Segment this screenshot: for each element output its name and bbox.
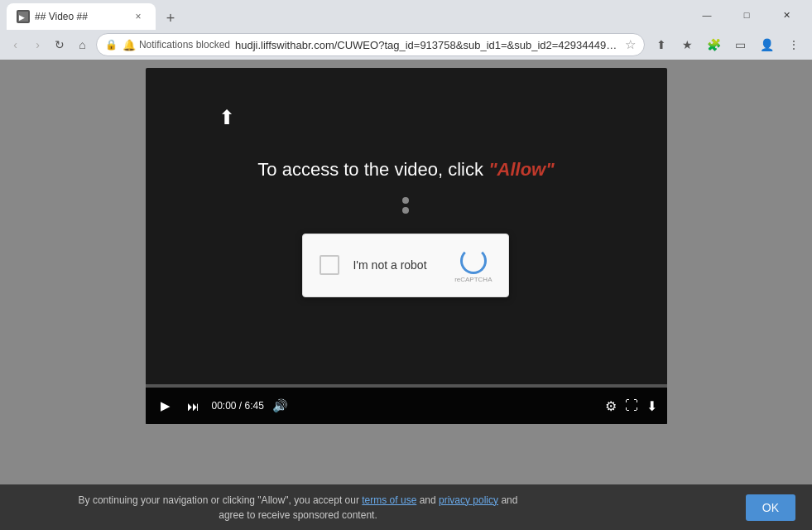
progress-bar[interactable] [146, 384, 667, 388]
consent-text-part1: By continuing your navigation or clickin… [79, 494, 363, 506]
consent-text-part3: and [498, 494, 517, 506]
consent-ok-button[interactable]: OK [746, 494, 795, 521]
spinner-dot-2 [402, 207, 409, 214]
new-tab-button[interactable]: + [159, 7, 182, 30]
forward-button[interactable]: › [29, 33, 46, 56]
spinner-dot-1 [402, 197, 409, 204]
spinner-dots [402, 197, 409, 214]
tab-bar: ▶ ## Video ## × + [7, 0, 681, 30]
title-bar: ▶ ## Video ## × + — □ ✕ [0, 0, 812, 30]
home-button[interactable]: ⌂ [74, 33, 91, 56]
notifications-blocked-indicator: 🔔 Notifications blocked [123, 39, 230, 51]
share-button[interactable]: ⬆ [650, 33, 673, 56]
profile-button[interactable]: 👤 [756, 33, 779, 56]
minimize-button[interactable]: — [688, 0, 726, 30]
recaptcha-spinner-icon [460, 248, 487, 274]
lock-icon: 🔒 [105, 39, 118, 51]
back-button[interactable]: ‹ [7, 33, 24, 56]
address-input[interactable]: 🔒 🔔 Notifications blocked hudji.liffswit… [96, 33, 645, 56]
consent-text-part2: and [416, 494, 439, 506]
terms-of-use-link[interactable]: terms of use [362, 494, 416, 506]
settings-button[interactable]: ⚙ [605, 398, 617, 414]
time-display: 00:00 / 6:45 [212, 400, 264, 412]
recaptcha-brand-text: reCAPTCHA [454, 276, 492, 283]
recaptcha-logo: reCAPTCHA [454, 248, 492, 283]
maximize-button[interactable]: □ [728, 0, 766, 30]
browser-frame: ▶ ## Video ## × + — □ ✕ ‹ › ↻ ⌂ 🔒 🔔 Noti… [0, 0, 812, 530]
consent-bar: By continuing your navigation or clickin… [0, 484, 812, 530]
cast-button[interactable]: ▭ [729, 33, 752, 56]
recaptcha-label: I'm not a robot [353, 258, 441, 272]
bookmark-button[interactable]: ★ [676, 33, 699, 56]
notifications-blocked-label: Notifications blocked [139, 39, 230, 51]
active-tab[interactable]: ▶ ## Video ## × [7, 3, 156, 30]
video-controls: ▶ ⏭ 00:00 / 6:45 🔊 ⚙ ⛶ ⬇ [146, 388, 667, 424]
play-button[interactable]: ▶ [156, 396, 175, 416]
address-bar: ‹ › ↻ ⌂ 🔒 🔔 Notifications blocked hudji.… [0, 30, 812, 60]
close-button[interactable]: ✕ [767, 0, 805, 30]
tab-favicon: ▶ [17, 10, 30, 23]
download-button[interactable]: ⬇ [646, 398, 657, 414]
fullscreen-button[interactable]: ⛶ [625, 398, 638, 413]
bookmark-icon[interactable]: ☆ [625, 37, 636, 52]
recaptcha-widget[interactable]: I'm not a robot reCAPTCHA [302, 234, 509, 297]
page-content: ⬆ To access to the video, click "Allow" … [0, 60, 812, 530]
reload-button[interactable]: ↻ [51, 33, 69, 56]
tab-title: ## Video ## [35, 11, 126, 22]
volume-button[interactable]: 🔊 [272, 398, 288, 413]
bell-icon: 🔔 [123, 39, 136, 51]
consent-text: By continuing your navigation or clickin… [17, 493, 579, 523]
next-button[interactable]: ⏭ [184, 396, 204, 416]
toolbar-icons: ⬆ ★ 🧩 ▭ 👤 ⋮ [650, 33, 805, 56]
recaptcha-checkbox[interactable] [320, 255, 339, 275]
url-text: hudji.liffswithabr.com/CUWEO?tag_id=9137… [235, 39, 620, 51]
video-player: ⬆ To access to the video, click "Allow" … [146, 68, 667, 424]
more-options-button[interactable]: ⋮ [782, 33, 805, 56]
window-controls: — □ ✕ [688, 0, 805, 30]
privacy-policy-link[interactable]: privacy policy [439, 494, 498, 506]
cursor-icon: ⬆ [219, 108, 235, 128]
tab-close-button[interactable]: × [131, 9, 146, 24]
video-access-message: To access to the video, click "Allow" [241, 159, 570, 181]
extensions-button[interactable]: 🧩 [703, 33, 726, 56]
video-message-text: To access to the video, click [257, 159, 488, 180]
allow-text: "Allow" [488, 159, 555, 180]
video-main-area: ⬆ To access to the video, click "Allow" … [146, 68, 667, 388]
consent-text-part4: agree to receive sponsored content. [219, 509, 377, 521]
svg-text:▶: ▶ [19, 13, 25, 22]
